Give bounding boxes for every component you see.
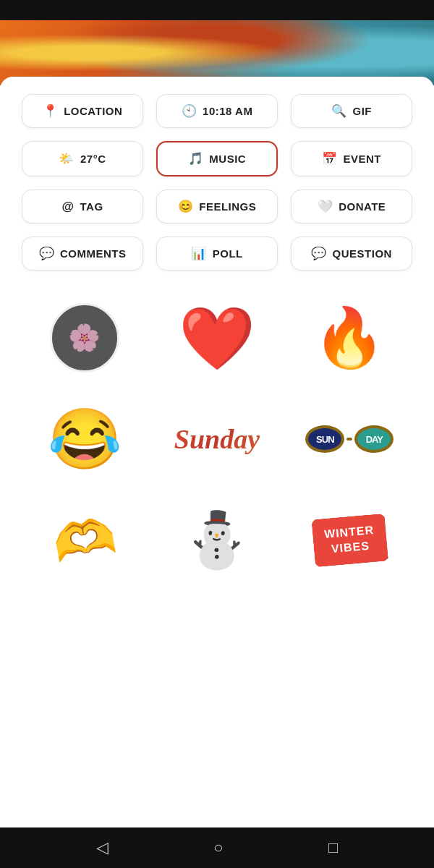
location-button[interactable]: 📍 LOCATION xyxy=(22,94,143,128)
feelings-button[interactable]: 😊 FEELINGS xyxy=(156,190,278,224)
clock-icon: 🕙 xyxy=(182,105,197,117)
sunday-text-sticker[interactable]: Sunday xyxy=(154,392,279,486)
sun-icon: 🌤️ xyxy=(59,153,75,165)
top-status-bar xyxy=(0,0,434,20)
tag-button[interactable]: @ TAG xyxy=(22,190,143,224)
feature-buttons-grid: 📍 LOCATION 🕙 10:18 AM 🔍 GIF 🌤️ 27°C 🎵 MU… xyxy=(22,94,412,271)
comments-button[interactable]: 💬 COMMENTS xyxy=(22,237,143,271)
photo-circle: 🌸 xyxy=(50,303,119,373)
photo-circle-sticker[interactable]: 🌸 xyxy=(22,291,147,385)
main-content: 📍 LOCATION 🕙 10:18 AM 🔍 GIF 🌤️ 27°C 🎵 MU… xyxy=(0,77,434,587)
poll-label: POLL xyxy=(213,247,243,260)
bridge xyxy=(346,438,352,441)
header-image xyxy=(0,20,434,85)
snowman-sticker[interactable]: ⛄ xyxy=(154,493,279,587)
photo-icon: 🌸 xyxy=(68,323,101,353)
location-label: LOCATION xyxy=(64,105,122,117)
location-icon: 📍 xyxy=(43,105,59,117)
temperature-button[interactable]: 🌤️ 27°C xyxy=(22,141,143,176)
back-button[interactable]: ◁ xyxy=(96,838,109,857)
heart-sticker[interactable]: ❤️ xyxy=(154,291,279,385)
left-lens: SUN xyxy=(305,425,344,453)
laugh-sticker[interactable]: 😂 xyxy=(22,392,147,486)
home-button[interactable]: ○ xyxy=(213,838,223,857)
music-label: MUSIC xyxy=(209,153,246,165)
heart-hug-sticker[interactable]: 🫶 xyxy=(14,483,154,597)
bottom-navigation: ◁ ○ □ xyxy=(0,827,434,868)
fire-sticker[interactable]: 🔥 xyxy=(287,291,412,385)
comments-label: COMMENTS xyxy=(60,247,127,260)
temperature-label: 27°C xyxy=(80,153,106,165)
donate-icon: 🤍 xyxy=(318,200,333,213)
question-icon: 💬 xyxy=(311,247,327,260)
at-icon: @ xyxy=(61,200,74,213)
music-icon: 🎵 xyxy=(188,153,204,165)
gif-label: GIF xyxy=(353,105,373,117)
winter-vibes-sticker[interactable]: WINTERVIBES xyxy=(287,493,412,587)
poll-icon: 📊 xyxy=(191,247,207,260)
donate-button[interactable]: 🤍 DONATE xyxy=(291,190,412,224)
time-label: 10:18 AM xyxy=(203,105,252,117)
event-button[interactable]: 📅 EVENT xyxy=(291,141,412,176)
comments-icon: 💬 xyxy=(39,247,55,260)
poll-button[interactable]: 📊 POLL xyxy=(156,237,278,271)
donate-label: DONATE xyxy=(339,200,386,213)
feelings-label: FEELINGS xyxy=(199,200,256,213)
music-button[interactable]: 🎵 MUSIC xyxy=(156,141,278,176)
glasses-container: SUN DAY xyxy=(305,425,393,453)
right-lens: DAY xyxy=(354,425,393,453)
event-label: EVENT xyxy=(343,153,381,165)
sticker-grid: 🌸 ❤️ 🔥 😂 Sunday SUN DAY 🫶 ⛄ WINTERVIBES xyxy=(22,291,412,587)
question-label: QUESTION xyxy=(333,247,392,260)
time-button[interactable]: 🕙 10:18 AM xyxy=(156,94,278,128)
gif-button[interactable]: 🔍 GIF xyxy=(291,94,412,128)
sunday-glasses-sticker[interactable]: SUN DAY xyxy=(287,392,412,486)
search-icon: 🔍 xyxy=(331,105,347,117)
recents-button[interactable]: □ xyxy=(328,838,338,857)
feelings-icon: 😊 xyxy=(178,200,194,213)
event-icon: 📅 xyxy=(322,153,338,165)
tag-label: TAG xyxy=(80,200,103,213)
winter-vibes-text: WINTERVIBES xyxy=(311,514,388,567)
question-button[interactable]: 💬 QUESTION xyxy=(291,237,412,271)
